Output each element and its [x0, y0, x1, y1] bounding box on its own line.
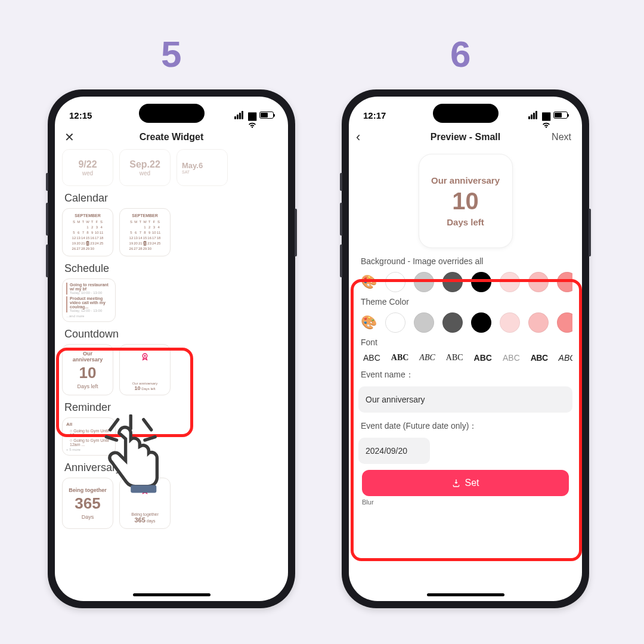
swatch-lightgrey[interactable]: [414, 312, 434, 333]
palette-icon[interactable]: 🎨: [361, 315, 377, 330]
back-icon[interactable]: ‹: [356, 129, 360, 145]
download-icon: [451, 478, 461, 488]
section-countdown: Countdown: [64, 328, 281, 340]
section-schedule: Schedule: [64, 262, 281, 275]
date-widget-3[interactable]: May.6 SAT: [177, 149, 228, 186]
palette-icon[interactable]: 🎨: [361, 274, 377, 290]
close-icon[interactable]: ✕: [64, 130, 75, 144]
date-widget-1[interactable]: 9/22 wed: [62, 149, 113, 186]
swatch-pink-dark[interactable]: [557, 312, 572, 333]
section-calendar: Calendar: [64, 192, 281, 205]
calendar-widget-2[interactable]: SEPTEMBERSMTWTFS123456789101112131415161…: [119, 208, 171, 256]
calendar-widget-1[interactable]: SEPTEMBERSMTWTFS123456789101112131415161…: [62, 208, 113, 256]
home-indicator[interactable]: [133, 593, 210, 596]
event-date-label: Event date (Future date only)：: [361, 421, 570, 432]
phone-mockup-right: 12:17 ‹ Preview - Small Next Our anniver…: [342, 89, 589, 608]
battery-icon: [259, 112, 274, 119]
font-option-7[interactable]: ABC: [531, 353, 548, 363]
swatch-darkgrey[interactable]: [442, 272, 463, 292]
svg-point-3: [144, 488, 146, 490]
swatch-white[interactable]: [385, 312, 405, 333]
swatch-pink-med[interactable]: [528, 312, 549, 333]
anniversary-widget-2[interactable]: Being together 365 days: [119, 478, 171, 529]
signal-icon: [234, 111, 245, 119]
svg-point-1: [144, 355, 146, 357]
wifi-icon: [247, 111, 257, 119]
step-number-6: 6: [450, 33, 470, 75]
blur-label: Blur: [362, 499, 572, 506]
font-option-8[interactable]: ABC: [559, 353, 572, 363]
status-time: 12:15: [69, 110, 92, 120]
countdown-widget-2[interactable]: Our anniversary 10 Days left: [119, 344, 171, 395]
theme-swatches: 🎨: [358, 312, 572, 333]
swatch-lightgrey[interactable]: [414, 272, 434, 292]
swatch-pink-light[interactable]: [500, 272, 520, 292]
event-name-label: Event name：: [361, 370, 570, 380]
anniversary-widget-1[interactable]: Being together 365 Days: [62, 478, 113, 529]
font-option-1[interactable]: ABC: [363, 353, 380, 363]
font-option-6[interactable]: ABC: [503, 353, 520, 363]
font-label: Font: [361, 338, 570, 347]
swatch-pink-med[interactable]: [528, 272, 549, 292]
date-widget-2[interactable]: Sep.22 wed: [119, 149, 171, 186]
background-label: Background - Image overrides all: [361, 256, 570, 266]
swatch-pink-dark[interactable]: [557, 272, 572, 292]
swatch-black[interactable]: [471, 272, 491, 292]
signal-icon: [528, 111, 539, 119]
battery-icon: [553, 112, 568, 119]
dynamic-island: [433, 104, 499, 123]
section-reminder: Reminder: [64, 401, 281, 414]
font-options: ABC ABC ABC ABC ABC ABC ABC ABC: [358, 353, 572, 363]
swatch-pink-light[interactable]: [500, 312, 520, 333]
font-option-3[interactable]: ABC: [419, 353, 435, 363]
font-option-4[interactable]: ABC: [446, 353, 463, 363]
page-title: Create Widget: [140, 132, 203, 143]
status-time: 12:17: [363, 110, 386, 120]
nav-bar: ✕ Create Widget: [55, 125, 288, 149]
page-title: Preview - Small: [431, 132, 500, 143]
dynamic-island: [139, 104, 205, 123]
date-widget-row: 9/22 wed Sep.22 wed May.6 SAT: [62, 149, 281, 186]
nav-bar: ‹ Preview - Small Next: [349, 125, 582, 149]
home-indicator[interactable]: [427, 593, 504, 596]
step-number-5: 5: [161, 33, 181, 75]
countdown-widget-1[interactable]: Our anniversary 10 Days left: [62, 344, 113, 395]
reminder-widget[interactable]: All ○ Going to Gym Until 12am ... ○ Goin…: [62, 417, 116, 456]
swatch-darkgrey[interactable]: [442, 312, 463, 333]
swatch-white[interactable]: [385, 272, 405, 292]
background-swatches: 🎨: [358, 272, 572, 292]
next-button[interactable]: Next: [552, 132, 571, 143]
phone-mockup-left: 12:15 ✕ Create Widget 9/22 wed Sep.22 we…: [48, 89, 295, 608]
event-date-input[interactable]: [358, 438, 430, 464]
swatch-black[interactable]: [471, 312, 491, 333]
section-anniversary: Anniversary: [64, 462, 281, 474]
badge-icon: [140, 352, 150, 363]
badge-icon: [140, 485, 150, 496]
set-button[interactable]: Set: [362, 470, 569, 496]
schedule-widget[interactable]: Going to restaurant w/ my bfToday, 10:00…: [62, 278, 116, 322]
wifi-icon: [541, 111, 551, 119]
widget-preview: Our anniversary 10 Days left: [419, 154, 513, 248]
event-name-input[interactable]: [358, 386, 572, 413]
theme-label: Theme Color: [361, 297, 570, 306]
font-option-2[interactable]: ABC: [391, 353, 409, 363]
font-option-5[interactable]: ABC: [474, 353, 492, 363]
